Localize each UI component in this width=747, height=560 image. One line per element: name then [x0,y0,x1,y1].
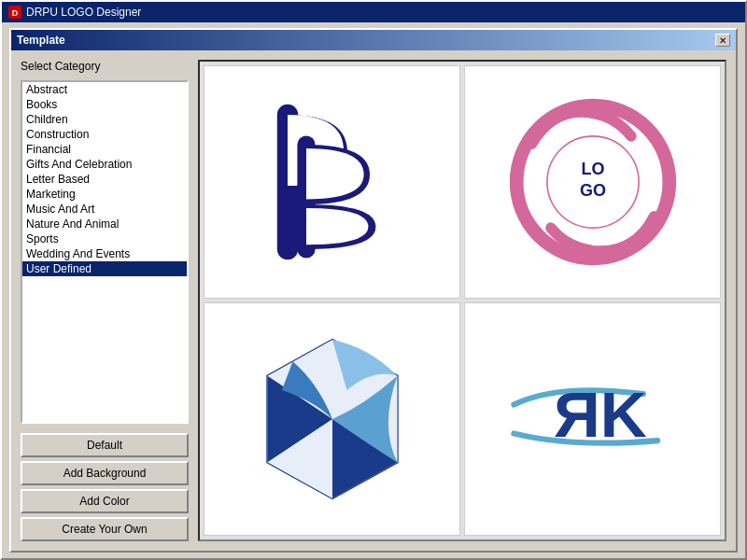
select-category-label: Select Category [21,60,189,73]
category-item[interactable]: Wedding And Events [22,246,187,261]
logo-cell-2[interactable]: LO GO [464,65,721,299]
logo-cell-4[interactable]: R K [464,302,721,536]
svg-text:D: D [12,8,19,18]
category-item[interactable]: Books [22,97,187,112]
logo-cell-3[interactable] [204,302,460,536]
add-background-button[interactable]: Add Background [21,461,189,485]
default-button[interactable]: Default [21,433,189,457]
logo-cell-1[interactable] [204,65,460,299]
category-list[interactable]: AbstractBooksChildrenConstructionFinanci… [21,80,189,424]
logo-grid-container: LO GO [198,60,726,541]
svg-text:R: R [553,378,599,451]
svg-text:K: K [599,378,646,451]
template-dialog: Template ✕ Select Category AbstractBooks… [9,28,738,553]
category-item[interactable]: Financial [22,142,187,157]
close-button[interactable]: ✕ [715,34,730,47]
dialog-content: Select Category AbstractBooksChildrenCon… [11,50,736,551]
dialog-title-bar: Template ✕ [11,30,736,50]
svg-text:LO: LO [581,160,604,178]
app-title: DRPU LOGO Designer [26,6,740,19]
category-item[interactable]: Children [22,112,187,127]
category-item[interactable]: Marketing [22,187,187,202]
category-item[interactable]: User Defined [22,261,187,276]
left-panel: Select Category AbstractBooksChildrenCon… [21,60,189,541]
create-your-own-button[interactable]: Create Your Own [21,517,189,541]
category-item[interactable]: Nature And Animal [22,217,187,231]
category-item[interactable]: Gifts And Celebration [22,157,187,172]
svg-text:GO: GO [579,181,605,200]
category-item[interactable]: Music And Art [22,202,187,217]
dialog-title: Template [17,34,65,47]
buttons-group: Default Add Background Add Color Create … [21,433,189,541]
main-window: D DRPU LOGO Designer Template ✕ Select C… [0,0,747,560]
app-icon: D [7,5,22,20]
logo-grid: LO GO [204,65,721,536]
category-item[interactable]: Letter Based [22,172,187,187]
category-item[interactable]: Sports [22,231,187,246]
category-item[interactable]: Construction [22,127,187,142]
category-item[interactable]: Abstract [22,82,187,97]
title-bar: D DRPU LOGO Designer [2,2,745,22]
add-color-button[interactable]: Add Color [21,489,189,513]
